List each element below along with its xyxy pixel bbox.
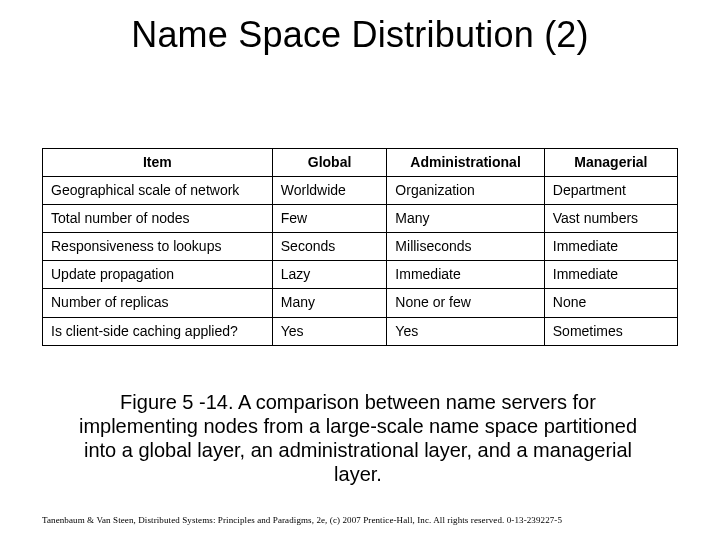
figure-caption: Figure 5 -14. A comparison between name … [78,390,638,486]
slide: Name Space Distribution (2) Item Global … [0,0,720,540]
cell-item: Is client-side caching applied? [43,317,273,345]
table-header-row: Item Global Administrational Managerial [43,149,678,177]
header-global: Global [272,149,387,177]
cell-admin: Yes [387,317,544,345]
comparison-table: Item Global Administrational Managerial … [42,148,678,346]
cell-mgr: Immediate [544,261,677,289]
cell-global: Lazy [272,261,387,289]
cell-mgr: Immediate [544,233,677,261]
header-administrational: Administrational [387,149,544,177]
table-row: Is client-side caching applied? Yes Yes … [43,317,678,345]
cell-global: Few [272,205,387,233]
cell-admin: Milliseconds [387,233,544,261]
cell-mgr: Sometimes [544,317,677,345]
table-row: Geographical scale of network Worldwide … [43,177,678,205]
cell-global: Many [272,289,387,317]
slide-title: Name Space Distribution (2) [0,14,720,56]
cell-global: Worldwide [272,177,387,205]
table-row: Total number of nodes Few Many Vast numb… [43,205,678,233]
cell-item: Total number of nodes [43,205,273,233]
cell-global: Seconds [272,233,387,261]
cell-item: Update propagation [43,261,273,289]
table-row: Number of replicas Many None or few None [43,289,678,317]
cell-mgr: Department [544,177,677,205]
comparison-table-container: Item Global Administrational Managerial … [42,148,678,346]
table-row: Responsiveness to lookups Seconds Millis… [43,233,678,261]
cell-admin: Organization [387,177,544,205]
header-item: Item [43,149,273,177]
cell-admin: Many [387,205,544,233]
footer-citation: Tanenbaum & Van Steen, Distributed Syste… [42,516,678,526]
cell-admin: Immediate [387,261,544,289]
table-row: Update propagation Lazy Immediate Immedi… [43,261,678,289]
cell-mgr: None [544,289,677,317]
cell-item: Geographical scale of network [43,177,273,205]
cell-item: Responsiveness to lookups [43,233,273,261]
cell-admin: None or few [387,289,544,317]
cell-item: Number of replicas [43,289,273,317]
header-managerial: Managerial [544,149,677,177]
cell-mgr: Vast numbers [544,205,677,233]
cell-global: Yes [272,317,387,345]
